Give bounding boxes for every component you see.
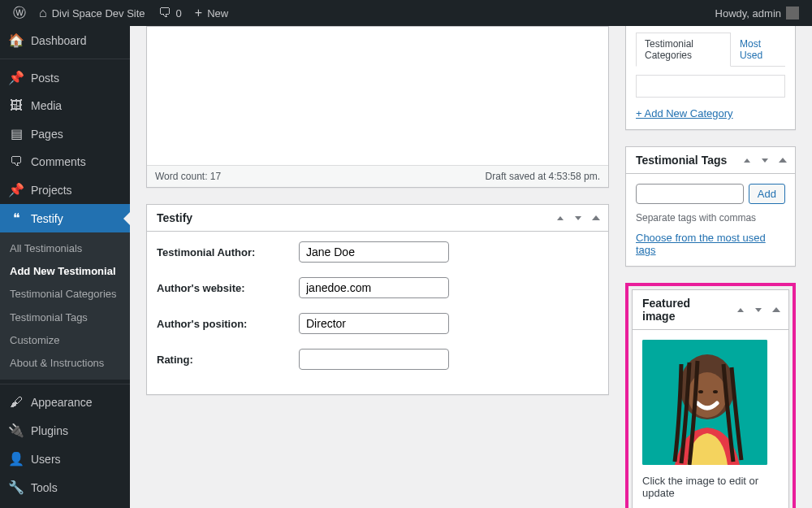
comments-count: 0 [176,7,182,20]
move-up-button[interactable] [740,152,754,168]
chevron-down-icon [755,308,762,312]
toggle-button[interactable] [589,210,603,226]
tags-title: Testimonial Tags [626,147,740,173]
testify-metabox: Testify Testimonial Author: Author's web… [146,204,609,395]
menu-tools[interactable]: 🔧Tools [0,473,130,501]
wp-logo[interactable]: ⓦ [6,0,32,26]
editor-status-bar: Word count: 17 Draft saved at 4:53:58 pm… [147,165,608,187]
submenu-add-new[interactable]: Add New Testimonial [0,260,130,283]
comment-icon: 🗨 [158,7,171,20]
position-input[interactable] [299,313,449,334]
toggle-button[interactable] [775,152,790,168]
chevron-down-icon [575,216,581,220]
menu-appearance[interactable]: 🖌Appearance [0,389,130,416]
user-icon: 👤 [8,451,24,467]
menu-label: Testify [31,212,63,225]
menu-label: Posts [31,72,59,85]
submenu-customize[interactable]: Customize [0,329,130,352]
category-tabs: Testimonial Categories Most Used [636,32,785,67]
menu-media[interactable]: 🖽Media [0,92,130,119]
avatar-icon [786,7,799,20]
quote-icon: ❝ [8,211,24,226]
plus-icon: + [195,7,202,20]
menu-testify[interactable]: ❝Testify [0,204,130,232]
featured-image-metabox: Featured image [632,289,789,508]
pin-icon: 📌 [8,70,24,85]
rating-input[interactable] [299,349,449,370]
site-name: Divi Space Dev Site [52,7,145,20]
menu-label: Plugins [31,424,68,437]
categories-metabox: Testimonial Categories Most Used + Add N… [625,26,796,130]
featured-caption: Click the image to edit or update [642,475,779,499]
author-label: Testimonial Author: [157,246,299,258]
tab-categories[interactable]: Testimonial Categories [636,33,731,67]
move-down-button[interactable] [758,152,772,168]
tag-input[interactable] [636,184,744,204]
new-link[interactable]: +New [188,0,235,26]
position-label: Author's position: [157,318,299,330]
editor-content[interactable] [147,27,608,165]
site-link[interactable]: ⌂Divi Space Dev Site [32,0,152,26]
website-input[interactable] [299,277,449,298]
page-icon: ▤ [8,126,24,141]
draft-saved: Draft saved at 4:53:58 pm. [486,171,600,182]
menu-label: Appearance [31,396,93,409]
menu-settings[interactable]: ⚙Settings [0,501,130,508]
triangle-up-icon [779,158,787,163]
submenu-testify: All Testimonials Add New Testimonial Tes… [0,232,130,380]
choose-tags-link[interactable]: Choose from the most used tags [636,232,766,256]
word-count: Word count: 17 [155,171,221,182]
category-checklist[interactable] [636,75,785,98]
featured-image-thumbnail[interactable] [642,340,767,465]
chevron-up-icon [557,216,564,220]
menu-label: Media [31,99,62,112]
menu-dashboard[interactable]: 🏠Dashboard [0,26,130,54]
menu-projects[interactable]: 📌Projects [0,176,130,204]
menu-users[interactable]: 👤Users [0,445,130,473]
submenu-tags[interactable]: Testimonial Tags [0,306,130,329]
featured-image-highlight: Featured image [625,283,796,508]
move-down-button[interactable] [571,210,585,226]
menu-label: Projects [31,184,72,197]
menu-label: Comments [31,155,86,168]
menu-label: Tools [31,481,58,494]
menu-posts[interactable]: 📌Posts [0,63,130,92]
comments-link[interactable]: 🗨0 [152,0,188,26]
new-label: New [207,7,228,20]
pin-icon: 📌 [8,182,24,198]
chevron-up-icon [737,308,744,312]
account-link[interactable]: Howdy, admin [709,0,806,26]
menu-label: Dashboard [31,34,87,47]
move-down-button[interactable] [751,302,766,318]
brush-icon: 🖌 [8,395,24,410]
dashboard-icon: 🏠 [8,33,24,48]
plug-icon: 🔌 [8,423,24,438]
website-label: Author's website: [157,282,299,294]
menu-comments[interactable]: 🗨Comments [0,148,130,176]
submenu-all-testimonials[interactable]: All Testimonials [0,237,130,260]
menu-label: Users [31,453,61,466]
testify-title: Testify [147,205,553,231]
add-new-category-link[interactable]: + Add New Category [636,107,733,119]
wrench-icon: 🔧 [8,480,24,495]
move-up-button[interactable] [553,210,568,226]
author-input[interactable] [299,241,449,263]
submenu-categories[interactable]: Testimonial Categories [0,283,130,306]
menu-label: Pages [31,128,63,141]
comment-icon: 🗨 [8,154,24,169]
home-icon: ⌂ [39,7,47,20]
tab-most-used[interactable]: Most Used [731,33,785,67]
menu-plugins[interactable]: 🔌Plugins [0,416,130,445]
toggle-button[interactable] [769,302,784,318]
menu-pages[interactable]: ▤Pages [0,119,130,148]
move-up-button[interactable] [733,302,748,318]
triangle-up-icon [772,307,780,312]
editor-box: Word count: 17 Draft saved at 4:53:58 pm… [146,26,609,188]
content-wrap: Word count: 17 Draft saved at 4:53:58 pm… [130,26,812,508]
submenu-about[interactable]: About & Instructions [0,352,130,375]
admin-bar: ⓦ ⌂Divi Space Dev Site 🗨0 +New Howdy, ad… [0,0,812,26]
add-tag-button[interactable]: Add [749,184,785,204]
person-photo-icon [642,340,767,465]
chevron-down-icon [762,158,768,163]
wordpress-icon: ⓦ [13,7,26,20]
